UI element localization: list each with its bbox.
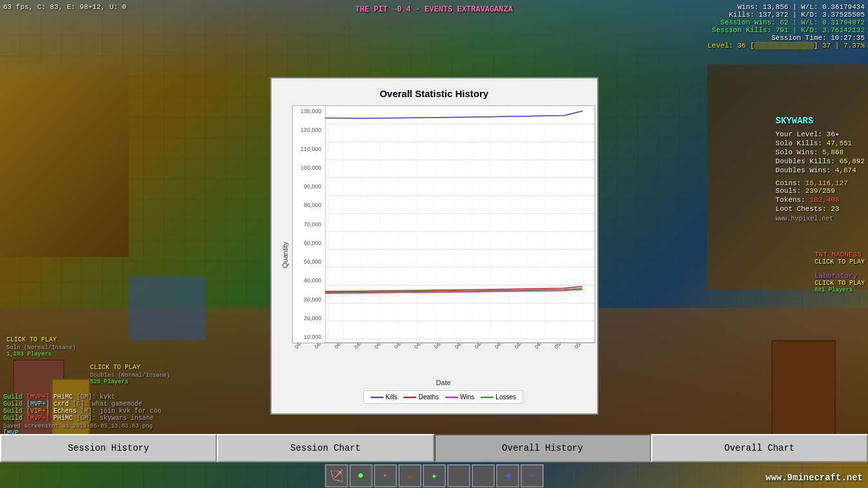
lab-players: 881 Players <box>815 287 865 293</box>
x-tick-11: 04/26/19 <box>494 343 512 350</box>
chart-title: Overall Statistic History <box>281 88 587 99</box>
y-tick-80k: 80,000 <box>293 203 322 208</box>
lab-title: Laboratory <box>815 272 865 280</box>
hotbar-slot-9[interactable]: + <box>521 464 544 487</box>
left-panels: CLICK TO PLAY Solo (Normal/Insane) 1,283… <box>6 336 170 385</box>
legend-container: Kills Deaths Wins Losses <box>292 390 595 404</box>
hotbar-slot-3[interactable]: ▪ <box>374 464 397 487</box>
y-tick-60k: 60,000 <box>293 240 322 246</box>
tnt-title: TNT MADNESS <box>815 251 865 258</box>
y-tick-20k: 20,000 <box>293 316 322 321</box>
hud-stats: Wins: 13,856 | W/L: 0.36179434 Kills: 13… <box>708 3 865 50</box>
x-tick-5: 04/14/19 <box>373 343 391 350</box>
solo-kills: Solo Kills: 47,551 <box>775 140 865 147</box>
losses-legend-line <box>481 397 494 398</box>
legend-deaths: Deaths <box>403 393 439 401</box>
y-tick-100k: 100,000 <box>293 165 322 171</box>
deaths-legend-line <box>403 397 416 398</box>
x-tick-10: 04/24/19 <box>474 343 492 350</box>
server-title: THE PIT →0.4 - EVENTS EXTRAVAGANZA <box>355 3 513 15</box>
hotbar-slot-8[interactable]: ◄ <box>496 464 519 487</box>
kills-legend-line <box>371 397 383 398</box>
souls-stat: Souls: 239/259 <box>775 187 865 195</box>
hotbar-slot-7[interactable] <box>472 464 495 487</box>
coins-stat: Coins: 15,116,127 <box>775 179 865 187</box>
chart-overlay: Overall Statistic History Quantity 130,0… <box>270 77 598 415</box>
bottom-nav: Session History Session Chart Overall Hi… <box>0 434 868 462</box>
sword-icon: ⚔ <box>407 469 413 482</box>
level: Level: 36 [▒▒▒▒▒▒▒▒▒▒▒▒▒▒] 37 | 7.37% <box>708 42 865 50</box>
y-tick-90k: 90,000 <box>293 184 322 190</box>
chat-area: Guild [MVP+] PHiMC [GM]: kvkt Guild [MVP… <box>3 393 162 437</box>
x-tick-1: 04/06/19 <box>293 343 311 350</box>
y-axis-label: Quantity <box>281 242 289 268</box>
x-tick-8: 04/20/19 <box>433 343 451 350</box>
chat-line-1: Guild [MVP+] PHiMC [GM]: kvkt <box>3 393 162 401</box>
doubles-panel: CLICK TO PLAY Doubles (Normal/Insane) 52… <box>90 364 170 385</box>
orb-icon: ● <box>358 470 364 482</box>
loot-chests: Loot Chests: 23 <box>775 205 865 213</box>
chat-line-2: Guild [MVP+] cxrd [C]: what gamemode <box>3 401 162 408</box>
fps-counter: 63 fps, C: 83, E: 98+12, U: 0 <box>3 3 126 11</box>
screenshot-note: Saved screenshot as 2019-05-05_13.03.03.… <box>3 423 162 429</box>
legend: Kills Deaths Wins Losses <box>364 390 523 404</box>
skywars-title: SKYWARS <box>775 116 865 126</box>
x-tick-6: 04/16/19 <box>393 343 411 350</box>
legend-losses: Losses <box>481 393 516 401</box>
x-tick-3: 04/10/19 <box>333 343 351 350</box>
skywars-panel: SKYWARS Your Level: 36✦ Solo Kills: 47,5… <box>775 116 865 222</box>
x-tick-14: 05/02/19 <box>553 343 571 350</box>
deaths-legend-label: Deaths <box>418 393 439 401</box>
y-axis-ticks: 130,000 120,000 110,000 100,000 90,000 8… <box>293 106 322 343</box>
doubles-mode: Doubles (Normal/Insane) <box>90 372 170 379</box>
x-axis-dates: 04/06/19 04/08/19 04/10/19 04/12/19 04/1… <box>292 343 595 379</box>
session-wins: Session Wins: 62 | W/L: 0.31794872 <box>708 19 865 26</box>
doubles-wins: Doubles Wins: 4,874 <box>775 167 865 174</box>
session-chart-button[interactable]: Session Chart <box>217 434 434 462</box>
solo-panel: CLICK TO PLAY Solo (Normal/Insane) 1,283… <box>6 336 170 357</box>
x-tick-15: 05/04/19 <box>573 343 591 350</box>
bow-icon: 🏹 <box>329 469 344 483</box>
y-tick-40k: 40,000 <box>293 278 322 284</box>
x-tick-13: 04/30/19 <box>533 343 551 350</box>
wins-legend-line <box>445 397 458 398</box>
tnt-click-play[interactable]: CLICK TO PLAY <box>815 258 865 266</box>
hotbar: 🏹 ● ▪ ⚔ ✦ ◄ + <box>325 464 544 488</box>
hotbar-slot-2[interactable]: ● <box>349 464 373 487</box>
tokens-stat: Tokens: 182,408 <box>775 196 865 204</box>
hotbar-slot-4[interactable]: ⚔ <box>398 464 421 487</box>
hotbar-slot-5[interactable]: ✦ <box>423 464 446 487</box>
y-tick-70k: 70,000 <box>293 222 322 228</box>
x-tick-9: 04/22/19 <box>454 343 472 350</box>
session-history-button[interactable]: Session History <box>0 434 217 462</box>
lab-click-play[interactable]: CLICK TO PLAY <box>815 280 865 287</box>
y-tick-130k: 130,000 <box>293 109 322 114</box>
hypixel-link: www.hypixel.net <box>775 215 865 222</box>
y-tick-30k: 30,000 <box>293 297 322 303</box>
session-kills: Session Kills: 791 | K/D: 3.76142132 <box>708 26 865 34</box>
solo-wins: Solo Wins: 5,868 <box>775 149 865 156</box>
chart-plot: 130,000 120,000 110,000 100,000 90,000 8… <box>292 105 595 343</box>
kills-legend-label: Kills <box>385 393 397 401</box>
chat-line-4: Guild [MVP+] PHiMC [GM]: skywars insane <box>3 415 162 422</box>
y-tick-110k: 110,000 <box>293 147 322 152</box>
legend-wins: Wins <box>445 393 474 401</box>
plus-icon: + <box>529 471 534 481</box>
arrow-icon: ◄ <box>504 471 510 481</box>
solo-click-play[interactable]: CLICK TO PLAY <box>6 336 170 343</box>
hotbar-slot-1[interactable]: 🏹 <box>325 464 348 487</box>
compass-icon: ✦ <box>431 469 438 482</box>
overall-history-button[interactable]: Overall History <box>434 434 651 462</box>
x-tick-7: 04/18/19 <box>413 343 431 350</box>
session-time: Session Time: 10:27:35 <box>708 34 865 42</box>
overall-chart-button[interactable]: Overall Chart <box>651 434 868 462</box>
lab-section: Laboratory CLICK TO PLAY 881 Players <box>815 272 865 293</box>
x-axis-label: Date <box>292 379 595 386</box>
hotbar-slot-6[interactable] <box>447 464 470 487</box>
losses-legend-label: Losses <box>495 393 516 401</box>
doubles-kills: Doubles Kills: 65,892 <box>775 158 865 165</box>
watermark: www.9minecraft.net <box>766 473 863 483</box>
doubles-click-play[interactable]: CLICK TO PLAY <box>90 364 170 371</box>
legend-kills: Kills <box>371 393 397 401</box>
solo-players: 1,283 Players <box>6 351 170 357</box>
